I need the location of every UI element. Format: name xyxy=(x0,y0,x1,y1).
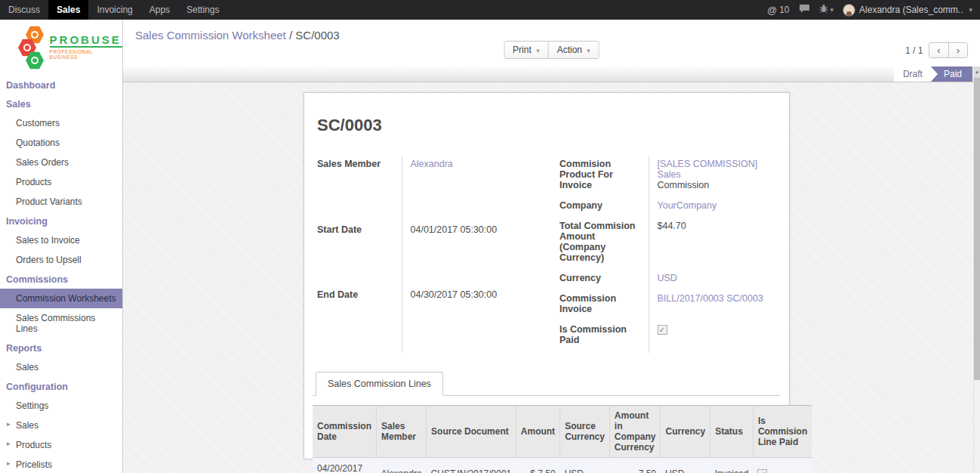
sidebar-item-label: Sales xyxy=(16,420,39,431)
field-label-start-date: Start Date xyxy=(317,222,402,288)
field-label-commission-invoice: Commission Invoice xyxy=(559,291,649,322)
col-amount-company-currency: Amount in Company Currency xyxy=(609,406,661,458)
field-label-currency: Currency xyxy=(559,271,649,291)
sidebar-item-label: Pricelists xyxy=(16,459,52,470)
line-paid-checkbox[interactable]: ✓ xyxy=(757,469,767,473)
pager-count: 1 / 1 xyxy=(905,45,923,56)
cell-currency: USD xyxy=(661,458,710,473)
sidebar-section-reports[interactable]: Reports xyxy=(0,339,122,357)
expand-caret-icon: ▸ xyxy=(7,420,11,428)
is-commission-paid-checkbox[interactable]: ✓ xyxy=(658,325,667,335)
menu-apps[interactable]: Apps xyxy=(141,0,178,20)
sidebar-item-commission-worksheets[interactable]: Commission Worksheets xyxy=(0,289,122,308)
chat-bubble-icon[interactable] xyxy=(799,4,810,16)
cell-member: Alexandra xyxy=(377,458,427,473)
tab-sales-commission-lines[interactable]: Sales Commission Lines xyxy=(316,372,443,396)
control-bar: Sales Commission Worksheet / SC/0003 Pri… xyxy=(123,20,980,66)
sidebar-item-config-sales[interactable]: ▸Sales xyxy=(0,416,122,435)
vertical-scrollbar[interactable]: ▲ xyxy=(973,66,980,473)
sidebar-item-label: Products xyxy=(16,440,51,450)
sidebar-item-sales-orders[interactable]: Sales Orders xyxy=(0,153,122,172)
field-label-end-date: End Date xyxy=(317,287,402,353)
menu-sales[interactable]: Sales xyxy=(48,0,88,20)
sidebar-item-config-products[interactable]: ▸Products xyxy=(0,435,122,455)
user-menu[interactable]: Alexandra (Sales_comm.. ▾ xyxy=(843,4,972,17)
mention-count: 10 xyxy=(779,5,789,15)
avatar xyxy=(843,4,855,17)
form-background: SC/0003 Sales Member Alexandra Start Dat… xyxy=(123,82,980,473)
sidebar-item-settings[interactable]: Settings xyxy=(0,396,122,416)
logo-hexagons-icon xyxy=(18,26,47,68)
col-sales-member: Sales Member xyxy=(377,406,427,458)
user-name: Alexandra (Sales_comm.. xyxy=(859,5,963,15)
form-sheet: SC/0003 Sales Member Alexandra Start Dat… xyxy=(304,92,790,459)
sidebar-item-products[interactable]: Products xyxy=(0,172,122,192)
sidebar-item-reports-sales[interactable]: Sales xyxy=(0,357,122,377)
status-bar: Draft Paid xyxy=(123,66,980,82)
sidebar-section-commissions[interactable]: Commissions xyxy=(0,270,122,289)
action-label: Action xyxy=(557,45,582,55)
field-label-is-commission-paid: Is Commission Paid xyxy=(559,322,649,353)
commission-lines-table: Commission Date Sales Member Source Docu… xyxy=(313,405,812,473)
sales-member-link[interactable]: Alexandra xyxy=(411,159,453,169)
sidebar-item-sales-commissions-lines[interactable]: Sales Commissions Lines xyxy=(0,308,122,339)
company-link[interactable]: YourCompany xyxy=(658,200,717,211)
col-source-currency: Source Currency xyxy=(560,406,610,458)
sidebar-item-product-variants[interactable]: Product Variants xyxy=(0,192,122,212)
bug-menu[interactable]: ▾ xyxy=(819,4,834,16)
field-group-right: Commision Product For Invoice [SALES COM… xyxy=(559,156,776,353)
chevron-down-icon: ▾ xyxy=(831,6,834,14)
sidebar-item-customers[interactable]: Customers xyxy=(0,113,122,133)
table-row[interactable]: 04/20/2017 05:30:00 Alexandra CUST.IN/20… xyxy=(313,458,812,473)
pager-prev-button[interactable]: ‹ xyxy=(929,43,948,57)
menu-invoicing[interactable]: Invoicing xyxy=(88,0,140,20)
scroll-up-icon[interactable]: ▲ xyxy=(974,66,980,78)
total-commission-value: $44.70 xyxy=(649,218,776,271)
print-button[interactable]: Print ▾ xyxy=(504,42,548,58)
menu-settings[interactable]: Settings xyxy=(178,0,227,20)
sidebar-item-dashboard[interactable]: Dashboard xyxy=(0,76,122,94)
logo-title: PROBUSE xyxy=(50,34,122,48)
currency-link[interactable]: USD xyxy=(658,273,677,283)
breadcrumb: Sales Commission Worksheet / SC/0003 xyxy=(135,29,340,42)
sidebar-item-sales-to-invoice[interactable]: Sales to Invoice xyxy=(0,230,122,250)
status-step-draft[interactable]: Draft xyxy=(894,66,938,82)
bug-icon xyxy=(819,4,828,16)
field-label-sales-member: Sales Member xyxy=(317,156,402,222)
at-icon: @ xyxy=(767,5,777,16)
record-title: SC/0003 xyxy=(317,116,781,135)
mention-counter[interactable]: @ 10 xyxy=(767,5,790,16)
commission-invoice-link[interactable]: BILL/2017/0003 SC/0003 xyxy=(658,293,763,304)
logo-subtitle: PROFESSIONAL BUSINESS xyxy=(50,49,122,60)
commission-product-link[interactable]: [SALES COMMISSION] Sales xyxy=(658,159,758,180)
cell-source-currency: USD xyxy=(560,458,610,473)
breadcrumb-separator: / xyxy=(289,29,292,42)
scrollbar-thumb[interactable] xyxy=(974,78,980,380)
cell-company-amount: 7.50 xyxy=(609,458,661,473)
col-is-commision-line-paid: Is Commision Line Paid xyxy=(753,406,812,458)
breadcrumb-parent-link[interactable]: Sales Commission Worksheet xyxy=(135,29,286,42)
top-navbar: Discuss Sales Invoicing Apps Settings @ … xyxy=(0,0,980,20)
col-amount: Amount xyxy=(516,406,559,458)
sidebar-item-config-pricelists[interactable]: ▸Pricelists xyxy=(0,455,122,473)
field-label-commision-product: Commision Product For Invoice xyxy=(559,156,649,198)
expand-caret-icon: ▸ xyxy=(7,459,11,467)
sidebar-item-orders-to-upsell[interactable]: Orders to Upsell xyxy=(0,250,122,270)
action-button[interactable]: Action ▾ xyxy=(548,42,599,58)
cell-source: CUST.IN/2017/0001 xyxy=(427,458,516,473)
end-date-value: 04/30/2017 05:30:00 xyxy=(402,287,534,353)
cell-date: 04/20/2017 05:30:00 xyxy=(313,458,377,473)
expand-caret-icon: ▸ xyxy=(7,440,11,447)
col-source-document: Source Document xyxy=(427,406,516,458)
menu-discuss[interactable]: Discuss xyxy=(0,0,48,20)
col-status: Status xyxy=(710,406,753,458)
breadcrumb-current: SC/0003 xyxy=(295,29,339,42)
sidebar-section-invoicing[interactable]: Invoicing xyxy=(0,212,122,230)
chevron-down-icon: ▾ xyxy=(587,47,590,54)
sidebar-item-quotations[interactable]: Quotations xyxy=(0,133,122,153)
sidebar-section-sales[interactable]: Sales xyxy=(0,94,122,113)
notebook-tabbar: Sales Commission Lines xyxy=(313,371,781,396)
probuse-logo: PROBUSE PROFESSIONAL BUSINESS xyxy=(0,20,122,76)
sidebar-section-configuration[interactable]: Configuration xyxy=(0,377,122,396)
pager-next-button[interactable]: › xyxy=(948,43,967,57)
